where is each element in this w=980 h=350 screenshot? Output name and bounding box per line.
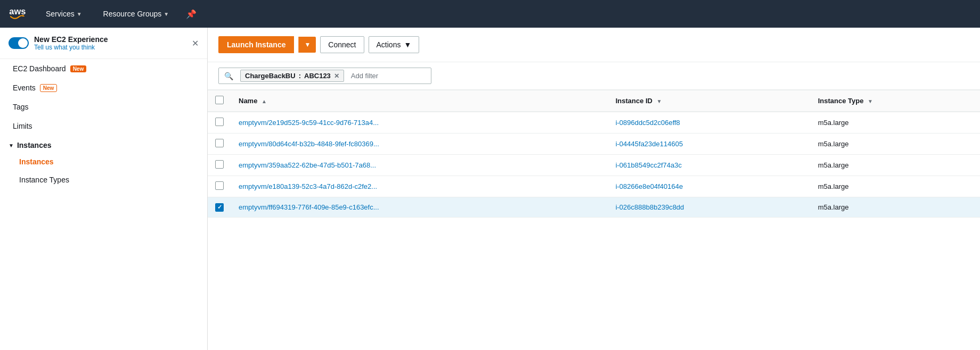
toolbar: Launch Instance ▼ Connect Actions ▼ <box>208 28 980 62</box>
add-filter-input[interactable]: Add filter <box>346 69 383 83</box>
instance-id-column-label: Instance ID <box>616 97 652 105</box>
row-instance-id[interactable]: i-04445fa23de114605 <box>608 134 811 155</box>
row-checkbox[interactable] <box>215 160 224 169</box>
header-name[interactable]: Name ▲ <box>231 90 608 112</box>
actions-label: Actions <box>377 40 401 49</box>
top-nav: aws Services ▼ Resource Groups ▼ 📌 <box>0 0 980 28</box>
row-instance-type: m5a.large <box>811 155 980 176</box>
limits-label: Limits <box>13 122 32 130</box>
row-instance-id[interactable]: i-026c888b8b239c8dd <box>608 197 811 218</box>
tags-label: Tags <box>13 103 29 111</box>
sidebar-item-ec2dashboard[interactable]: EC2 Dashboard New <box>0 59 207 78</box>
filter-tag-colon: : <box>299 72 301 80</box>
table-row: emptyvm/e180a139-52c3-4a7d-862d-c2fe2...… <box>208 176 980 197</box>
experience-subtitle[interactable]: Tell us what you think <box>34 44 186 51</box>
content-area: Launch Instance ▼ Connect Actions ▼ 🔍 Ch… <box>208 28 980 350</box>
main-layout: New EC2 Experience Tell us what you thin… <box>0 28 980 350</box>
select-all-checkbox[interactable] <box>215 96 224 104</box>
row-name[interactable]: emptyvm/e180a139-52c3-4a7d-862d-c2fe2... <box>231 176 608 197</box>
row-instance-type: m5a.large <box>811 176 980 197</box>
instances-label: Instances <box>19 157 54 166</box>
connect-button[interactable]: Connect <box>320 36 364 53</box>
instance-id-sort-icon[interactable]: ▼ <box>657 98 662 104</box>
sidebar-item-events[interactable]: Events New <box>0 78 207 97</box>
svg-text:aws: aws <box>9 6 26 16</box>
row-instance-id[interactable]: i-061b8549cc2f74a3c <box>608 155 811 176</box>
ec2dashboard-label: EC2 Dashboard <box>13 64 66 73</box>
experience-close-button[interactable]: ✕ <box>192 38 199 48</box>
row-checkbox-cell[interactable] <box>208 176 231 197</box>
header-checkbox-cell <box>208 90 231 112</box>
row-name[interactable]: emptyvm/359aa522-62be-47d5-b501-7a68... <box>231 155 608 176</box>
filter-tag-value: ABC123 <box>304 72 331 80</box>
row-instance-type: m5a.large <box>811 197 980 218</box>
table-body: emptyvm/2e19d525-9c59-41cc-9d76-713a4...… <box>208 112 980 217</box>
instance-types-label: Instance Types <box>19 176 69 184</box>
row-checkbox-cell[interactable] <box>208 197 231 218</box>
row-checkbox[interactable] <box>215 181 224 190</box>
toggle-bg <box>9 37 29 49</box>
table-row: emptyvm/359aa522-62be-47d5-b501-7a68...i… <box>208 155 980 176</box>
services-label: Services <box>46 10 75 18</box>
header-instance-id[interactable]: Instance ID ▼ <box>608 90 811 112</box>
sidebar-item-tags[interactable]: Tags <box>0 97 207 116</box>
row-checkbox-cell[interactable] <box>208 134 231 155</box>
table-row: emptyvm/2e19d525-9c59-41cc-9d76-713a4...… <box>208 112 980 134</box>
row-checkbox[interactable] <box>215 139 224 147</box>
filter-tag: ChargeBackBU : ABC123 ✕ <box>240 70 344 82</box>
services-chevron-icon: ▼ <box>77 11 82 17</box>
row-instance-id[interactable]: i-0896ddc5d2c06eff8 <box>608 112 811 134</box>
table-row: emptyvm/80d64c4f-b32b-4848-9fef-fc80369.… <box>208 134 980 155</box>
actions-chevron-icon: ▼ <box>404 40 411 49</box>
experience-toggle[interactable] <box>9 37 29 49</box>
table-row: emptyvm/ff694319-776f-409e-85e9-c163efc.… <box>208 197 980 218</box>
ec2dashboard-badge: New <box>70 65 87 72</box>
resource-groups-chevron-icon: ▼ <box>164 11 169 17</box>
experience-title: New EC2 Experience <box>34 35 186 44</box>
row-instance-type: m5a.large <box>811 112 980 134</box>
filter-tag-key: ChargeBackBU <box>245 72 296 80</box>
sidebar-item-instances[interactable]: Instances <box>0 153 207 171</box>
instances-table-container: Name ▲ Instance ID ▼ Instance Type ▼ <box>208 90 980 350</box>
sidebar-item-instance-types[interactable]: Instance Types <box>0 171 207 189</box>
filter-tag-close-button[interactable]: ✕ <box>334 72 339 80</box>
row-name[interactable]: emptyvm/2e19d525-9c59-41cc-9d76-713a4... <box>231 112 608 134</box>
name-sort-icon[interactable]: ▲ <box>262 98 267 104</box>
filter-bar: 🔍 ChargeBackBU : ABC123 ✕ Add filter <box>208 62 980 90</box>
aws-logo-svg: aws <box>9 4 29 24</box>
row-checkbox-cell[interactable] <box>208 112 231 134</box>
events-label: Events <box>13 84 36 92</box>
resource-groups-label: Resource Groups <box>103 10 162 18</box>
resource-groups-nav[interactable]: Resource Groups ▼ <box>99 6 174 21</box>
filter-container[interactable]: 🔍 ChargeBackBU : ABC123 ✕ Add filter <box>218 68 431 84</box>
instances-section-label: Instances <box>17 141 52 149</box>
search-icon: 🔍 <box>219 69 239 84</box>
actions-button[interactable]: Actions ▼ <box>369 36 420 53</box>
experience-text: New EC2 Experience Tell us what you thin… <box>34 35 186 51</box>
instance-type-sort-icon[interactable]: ▼ <box>868 98 873 104</box>
row-name[interactable]: emptyvm/80d64c4f-b32b-4848-9fef-fc80369.… <box>231 134 608 155</box>
header-instance-type[interactable]: Instance Type ▼ <box>811 90 980 112</box>
instances-table: Name ▲ Instance ID ▼ Instance Type ▼ <box>208 90 980 218</box>
instances-section-header[interactable]: ▼ Instances <box>0 136 207 153</box>
row-name[interactable]: emptyvm/ff694319-776f-409e-85e9-c163efc.… <box>231 197 608 218</box>
toggle-knob <box>18 38 28 48</box>
table-header: Name ▲ Instance ID ▼ Instance Type ▼ <box>208 90 980 112</box>
experience-banner: New EC2 Experience Tell us what you thin… <box>0 28 207 59</box>
row-checkbox-cell[interactable] <box>208 155 231 176</box>
launch-instance-caret-button[interactable]: ▼ <box>298 37 316 53</box>
row-instance-id[interactable]: i-08266e8e04f40164e <box>608 176 811 197</box>
sidebar-item-limits[interactable]: Limits <box>0 116 207 136</box>
launch-instance-button[interactable]: Launch Instance <box>218 36 294 53</box>
sidebar: New EC2 Experience Tell us what you thin… <box>0 28 208 350</box>
events-badge: New <box>40 84 58 92</box>
table-header-row: Name ▲ Instance ID ▼ Instance Type ▼ <box>208 90 980 112</box>
instances-chevron-icon: ▼ <box>9 143 14 148</box>
name-column-label: Name <box>239 97 257 105</box>
instance-type-column-label: Instance Type <box>818 97 864 105</box>
row-instance-type: m5a.large <box>811 134 980 155</box>
row-checkbox[interactable] <box>215 203 224 212</box>
row-checkbox[interactable] <box>215 118 224 126</box>
pin-icon[interactable]: 📌 <box>186 9 197 19</box>
services-nav[interactable]: Services ▼ <box>42 6 86 21</box>
